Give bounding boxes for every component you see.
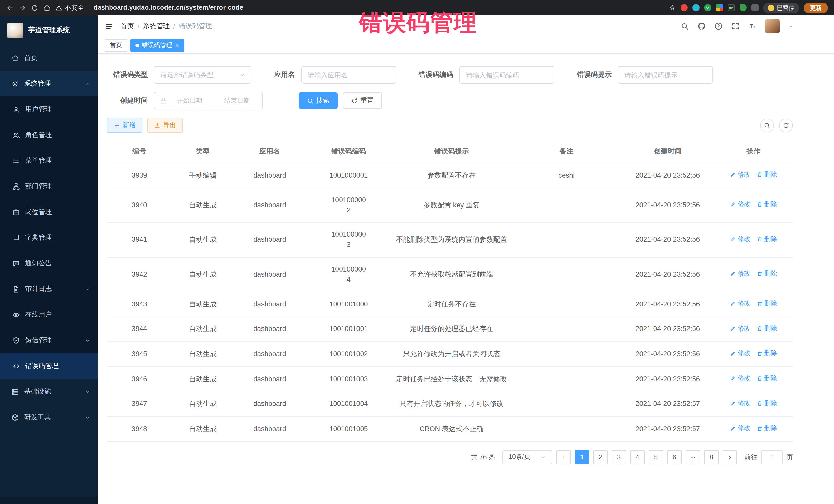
page: 错误码管理 不安全 dashboard.yudao.iocoder.cn/sys… — [0, 0, 834, 504]
export-button[interactable]: 导出 — [147, 117, 183, 133]
prev-page-button[interactable] — [556, 450, 571, 464]
delete-link[interactable]: 删除 — [756, 398, 777, 408]
reload-icon[interactable] — [31, 4, 39, 12]
security-chip[interactable]: 不安全 — [56, 3, 84, 12]
page-button-5[interactable]: 5 — [649, 450, 663, 464]
fullscreen-icon[interactable] — [731, 22, 740, 30]
goto-page-input[interactable] — [761, 450, 783, 464]
sidebar-item-devtools[interactable]: 研发工具 — [0, 404, 97, 430]
sidebar-item-error-codes[interactable]: 错误码管理 — [0, 353, 97, 379]
delete-link[interactable]: 删除 — [756, 374, 777, 384]
divider — [89, 4, 89, 11]
url-text[interactable]: dashboard.yudao.iocoder.cn/system/error-… — [94, 4, 243, 11]
page-button-4[interactable]: 4 — [630, 450, 644, 464]
hamburger-icon[interactable] — [105, 22, 113, 30]
page-button-2[interactable]: 2 — [593, 450, 608, 464]
edit-link[interactable]: 修改 — [730, 170, 750, 180]
edit-link[interactable]: 修改 — [730, 424, 750, 434]
back-icon[interactable] — [6, 4, 14, 12]
puzzle-extension-icon[interactable] — [751, 4, 758, 11]
sidebar-item-dicts[interactable]: 字典管理 — [0, 225, 97, 250]
delete-link[interactable]: 删除 — [756, 269, 777, 279]
date-range-picker[interactable]: 开始日期 - 结束日期 — [154, 92, 263, 109]
sidebar-item-notices[interactable]: 通知公告 — [0, 250, 97, 276]
edit-link[interactable]: 修改 — [730, 269, 750, 279]
view-tab[interactable]: 首页 — [105, 39, 127, 51]
extension-icon[interactable] — [739, 4, 746, 11]
delete-link[interactable]: 删除 — [756, 299, 777, 308]
extension-icon[interactable] — [692, 4, 699, 11]
profile-paused-chip[interactable]: 已暂停 — [763, 2, 799, 13]
sidebar-item-label: 首页 — [24, 53, 90, 63]
toggle-search-button[interactable] — [760, 118, 774, 132]
search-icon[interactable] — [681, 22, 689, 30]
sidebar-item-roles[interactable]: 角色管理 — [0, 122, 97, 148]
reset-button[interactable]: 重置 — [343, 92, 382, 109]
sidebar-item-system[interactable]: 系统管理 — [0, 71, 97, 96]
extension-icon[interactable]: V — [704, 4, 711, 11]
delete-link[interactable]: 删除 — [756, 234, 777, 244]
page-size-select[interactable]: 10条/页 — [502, 450, 552, 464]
edit-link[interactable]: 修改 — [730, 374, 750, 384]
cell-created: 2021-04-20 23:52:57 — [621, 417, 714, 442]
avatar[interactable] — [765, 19, 780, 34]
help-icon[interactable]: ? — [715, 22, 723, 30]
error-hint-input[interactable] — [618, 66, 712, 84]
browser-home-icon[interactable] — [43, 4, 51, 12]
delete-link-label: 删除 — [764, 299, 777, 308]
sidebar-item-sms[interactable]: 短信管理 — [0, 327, 97, 353]
page-button-8[interactable]: 8 — [704, 450, 719, 464]
refresh-table-button[interactable] — [779, 118, 793, 132]
font-size-icon[interactable]: TT — [748, 22, 756, 30]
add-button[interactable]: 新增 — [107, 117, 142, 133]
error-code-input[interactable] — [459, 66, 554, 84]
delete-link[interactable]: 删除 — [756, 200, 777, 210]
app-name-input[interactable] — [301, 66, 396, 84]
close-icon[interactable]: × — [175, 42, 179, 48]
sidebar-item-online-users[interactable]: 在线用户 — [0, 302, 97, 327]
extension-icon[interactable]: on — [727, 4, 735, 11]
table-row: 3947自动生成dashboard1001001004只有开启状态的任务，才可以… — [107, 392, 793, 416]
cell-created: 2021-04-20 23:52:57 — [621, 392, 714, 416]
extension-icon[interactable] — [680, 4, 687, 11]
pagination-more[interactable] — [686, 450, 700, 464]
page-button-6[interactable]: 6 — [667, 450, 682, 464]
sidebar-item-posts[interactable]: 岗位管理 — [0, 199, 97, 225]
github-icon[interactable] — [698, 22, 706, 30]
sidebar-item-audit-logs[interactable]: 审计日志 — [0, 276, 97, 302]
page-button-3[interactable]: 3 — [612, 450, 626, 464]
extension-icon[interactable] — [716, 4, 723, 11]
breadcrumb-item[interactable]: 首页 — [120, 22, 134, 31]
edit-link[interactable]: 修改 — [730, 324, 750, 334]
edit-link[interactable]: 修改 — [730, 349, 750, 358]
gear-icon — [11, 80, 19, 88]
sidebar-item-label: 菜单管理 — [25, 156, 90, 165]
logo[interactable]: 芋道管理系统 — [0, 15, 97, 45]
sidebar-item-menus[interactable]: 菜单管理 — [0, 148, 97, 174]
breadcrumb-item[interactable]: 错误码管理 — [179, 22, 212, 31]
edit-link[interactable]: 修改 — [730, 299, 750, 308]
page-button-1[interactable]: 1 — [575, 450, 589, 464]
edit-link[interactable]: 修改 — [730, 200, 750, 210]
search-button[interactable]: 搜索 — [299, 92, 338, 109]
bookmark-star-icon[interactable] — [668, 4, 676, 11]
forward-icon[interactable] — [19, 4, 26, 12]
delete-link[interactable]: 删除 — [756, 324, 777, 334]
sidebar-item-infra[interactable]: 基础设施 — [0, 379, 97, 404]
breadcrumb-item[interactable]: 系统管理 — [143, 22, 170, 31]
update-button[interactable]: 更新 — [804, 2, 828, 13]
next-page-button[interactable] — [723, 450, 737, 464]
calendar-icon — [160, 97, 167, 104]
error-type-select[interactable]: 请选择错误码类型 — [154, 66, 251, 84]
edit-link[interactable]: 修改 — [730, 398, 750, 408]
sidebar-item-users[interactable]: 用户管理 — [0, 96, 97, 122]
sidebar-item-home[interactable]: 首页 — [0, 45, 97, 71]
home-icon — [11, 54, 19, 62]
view-tab[interactable]: 错误码管理× — [130, 39, 184, 51]
delete-link[interactable]: 删除 — [756, 170, 777, 180]
delete-link[interactable]: 删除 — [756, 424, 777, 434]
caret-down-icon[interactable] — [788, 23, 794, 29]
edit-link[interactable]: 修改 — [730, 234, 750, 244]
sidebar-item-depts[interactable]: 部门管理 — [0, 174, 97, 199]
delete-link[interactable]: 删除 — [756, 349, 777, 358]
